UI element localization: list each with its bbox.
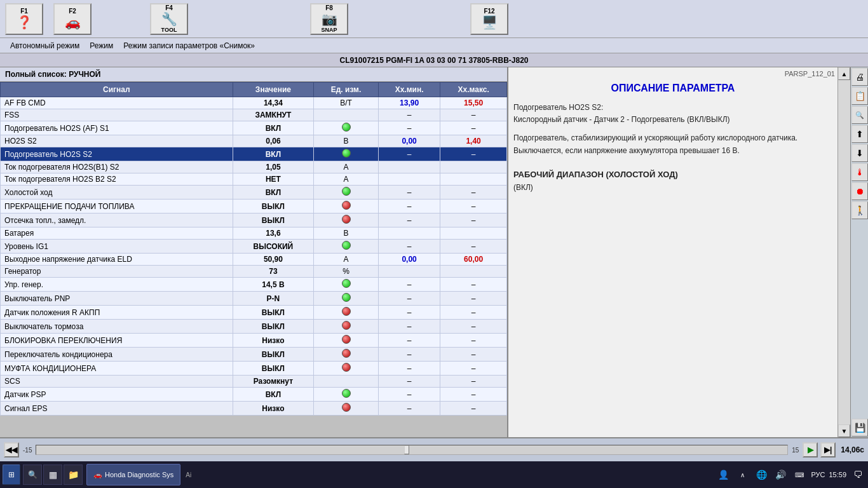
signal-unit bbox=[314, 109, 379, 121]
signal-value: ВЫКЛ bbox=[233, 306, 313, 320]
taskbar-ai-label: Ai bbox=[186, 471, 191, 478]
green-indicator bbox=[342, 187, 351, 196]
signal-max: – bbox=[440, 376, 507, 388]
table-row[interactable]: Ток подогревателя HO2S B2 S2НЕТА bbox=[1, 173, 507, 186]
signal-value: Низко bbox=[233, 402, 313, 416]
table-row[interactable]: ПРЕКРАЩЕНИЕ ПОДАЧИ ТОПЛИВАВЫКЛ–– bbox=[1, 200, 507, 214]
taskbar-widgets[interactable]: ▦ bbox=[43, 464, 62, 485]
side-btn-walk[interactable]: 🚶 bbox=[851, 201, 868, 219]
table-row[interactable]: Переключатель кондиционераВЫКЛ–– bbox=[1, 348, 507, 362]
signal-max: 60,00 bbox=[440, 254, 507, 266]
f1-button[interactable]: F1 ❓ bbox=[5, 3, 43, 35]
table-container[interactable]: Сигнал Значение Ед. изм. Хх.мин. Хх.макс… bbox=[0, 82, 507, 437]
col-min: Хх.мин. bbox=[378, 83, 440, 97]
parameter-desc1: Подогреватель HO2S S2: Кислородный датчи… bbox=[513, 102, 832, 126]
right-scroll-down[interactable]: ▼ bbox=[838, 424, 850, 437]
f12-icon: 🖥️ bbox=[482, 15, 498, 30]
table-row[interactable]: HO2S S20,06В0,001,40 bbox=[1, 135, 507, 147]
signal-unit bbox=[314, 334, 379, 348]
signal-unit bbox=[314, 292, 379, 306]
scroll-thumb[interactable] bbox=[404, 445, 409, 454]
taskbar-language: РУС bbox=[811, 471, 825, 478]
menu-autonomous[interactable]: Автономный режим bbox=[5, 40, 85, 51]
start-button[interactable]: ⊞ bbox=[3, 464, 20, 485]
scroll-track[interactable] bbox=[36, 445, 788, 455]
right-scroll-up[interactable]: ▲ bbox=[838, 67, 850, 80]
side-btn-copy[interactable]: 📋 bbox=[851, 87, 868, 105]
signal-name: Выключатель PNP bbox=[1, 292, 233, 306]
side-btn-record[interactable]: ⏺ bbox=[851, 182, 868, 200]
f8-button[interactable]: F8 📷 SNAP bbox=[310, 3, 348, 35]
table-row[interactable]: SCSРазомкнут–– bbox=[1, 376, 507, 388]
menu-snapshot[interactable]: Режим записи параметров «Снимок» bbox=[118, 40, 260, 51]
signal-min bbox=[378, 161, 440, 173]
table-row[interactable]: Упр. генер.14,5 В–– bbox=[1, 278, 507, 292]
taskbar-app-honda[interactable]: 🚗 Honda Diagnostic Sys bbox=[86, 464, 180, 485]
side-btn-search[interactable]: 🔍 bbox=[851, 106, 868, 124]
taskbar-person-icon[interactable]: 👤 bbox=[715, 467, 731, 482]
table-row[interactable]: Генератор73% bbox=[1, 266, 507, 278]
scroll-to-end[interactable]: ▶| bbox=[820, 442, 836, 458]
taskbar-explorer[interactable]: 📁 bbox=[64, 464, 83, 485]
table-row[interactable]: БЛОКИРОВКА ПЕРЕКЛЮЧЕНИЯНизко–– bbox=[1, 334, 507, 348]
signal-value: ВЫКЛ bbox=[233, 214, 313, 227]
green-indicator bbox=[342, 389, 351, 398]
table-row[interactable]: Отсечка топл., замедл.ВЫКЛ–– bbox=[1, 214, 507, 227]
menu-mode[interactable]: Режим bbox=[85, 40, 118, 51]
table-row[interactable]: AF FB CMD14,34В/Т13,9015,50 bbox=[1, 97, 507, 109]
side-btn-print[interactable]: 🖨 bbox=[851, 68, 868, 86]
taskbar-keyboard-icon[interactable]: ⌨ bbox=[792, 467, 807, 482]
side-btn-save[interactable]: 💾 bbox=[851, 419, 868, 437]
scroll-to-start[interactable]: ◀◀ bbox=[4, 442, 19, 458]
f12-button[interactable]: F12 🖥️ bbox=[470, 3, 508, 35]
signal-min bbox=[378, 227, 440, 240]
table-row[interactable]: Датчик положения R АКППВЫКЛ–– bbox=[1, 306, 507, 320]
table-row[interactable]: Выключатель PNPP-N–– bbox=[1, 292, 507, 306]
signal-name: Генератор bbox=[1, 266, 233, 278]
signal-name: Выходное напряжение датчика ELD bbox=[1, 254, 233, 266]
table-row[interactable]: Уровень IG1ВЫСОКИЙ–– bbox=[1, 240, 507, 254]
signal-min: 0,00 bbox=[378, 135, 440, 147]
table-row[interactable]: Ток подогревателя HO2S(B1) S21,05А bbox=[1, 161, 507, 173]
signal-unit bbox=[314, 348, 379, 362]
table-row[interactable]: Выходное напряжение датчика ELD50,90А0,0… bbox=[1, 254, 507, 266]
signal-value: 73 bbox=[233, 266, 313, 278]
f4-button[interactable]: F4 🔧 TOOL bbox=[150, 3, 188, 35]
col-max: Хх.макс. bbox=[440, 83, 507, 97]
table-row[interactable]: Выключатель тормозаВЫКЛ–– bbox=[1, 320, 507, 334]
signal-min: – bbox=[378, 320, 440, 334]
taskbar-network-icon[interactable]: 🌐 bbox=[754, 467, 769, 482]
menubar: Автономный режим Режим Режим записи пара… bbox=[0, 38, 868, 53]
signal-name: Ток подогревателя HO2S B2 S2 bbox=[1, 173, 233, 186]
signal-max: – bbox=[440, 147, 507, 161]
signal-value: ВЫСОКИЙ bbox=[233, 240, 313, 254]
left-panel: Полный список: РУЧНОЙ Сигнал Значение Ед… bbox=[0, 67, 508, 437]
table-row[interactable]: FSSЗАМКНУТ–– bbox=[1, 109, 507, 121]
table-row[interactable]: Подогреватель HO2S (AF) S1ВКЛ–– bbox=[1, 121, 507, 135]
windows-icon: ⊞ bbox=[8, 470, 15, 479]
f2-button[interactable]: F2 🚗 bbox=[53, 3, 92, 35]
taskbar-search[interactable]: 🔍 bbox=[23, 464, 42, 485]
taskbar-notification-icon[interactable]: 🗨 bbox=[850, 467, 865, 482]
taskbar-volume-icon[interactable]: 🔊 bbox=[773, 467, 788, 482]
side-btn-up[interactable]: ⬆ bbox=[851, 125, 868, 143]
table-row[interactable]: Сигнал EPSНизко–– bbox=[1, 402, 507, 416]
scroll-play[interactable]: ▶ bbox=[803, 442, 818, 458]
signal-value: 0,06 bbox=[233, 135, 313, 147]
side-btn-down[interactable]: ⬇ bbox=[851, 144, 868, 162]
content-area: Полный список: РУЧНОЙ Сигнал Значение Ед… bbox=[0, 67, 868, 437]
table-row[interactable]: Батарея13,6В bbox=[1, 227, 507, 240]
parameter-section: РАБОЧИЙ ДИАПАЗОН (ХОЛОСТОЙ ХОД) bbox=[513, 170, 832, 179]
side-btn-temp[interactable]: 🌡 bbox=[851, 163, 868, 181]
table-row[interactable]: МУФТА КОНДИЦИОНЕРАВЫКЛ–– bbox=[1, 362, 507, 376]
table-row[interactable]: Подогреватель HO2S S2ВКЛ–– bbox=[1, 147, 507, 161]
signal-min: – bbox=[378, 147, 440, 161]
signal-max: – bbox=[440, 388, 507, 402]
signal-max bbox=[440, 173, 507, 186]
taskbar-time: 15:59 bbox=[829, 471, 846, 478]
table-row[interactable]: Датчик PSPВКЛ–– bbox=[1, 388, 507, 402]
table-row[interactable]: Холостой ходВКЛ–– bbox=[1, 186, 507, 200]
signal-unit: В/Т bbox=[314, 97, 379, 109]
signal-name: Ток подогревателя HO2S(B1) S2 bbox=[1, 161, 233, 173]
taskbar-chevron-icon[interactable]: ∧ bbox=[735, 467, 750, 482]
